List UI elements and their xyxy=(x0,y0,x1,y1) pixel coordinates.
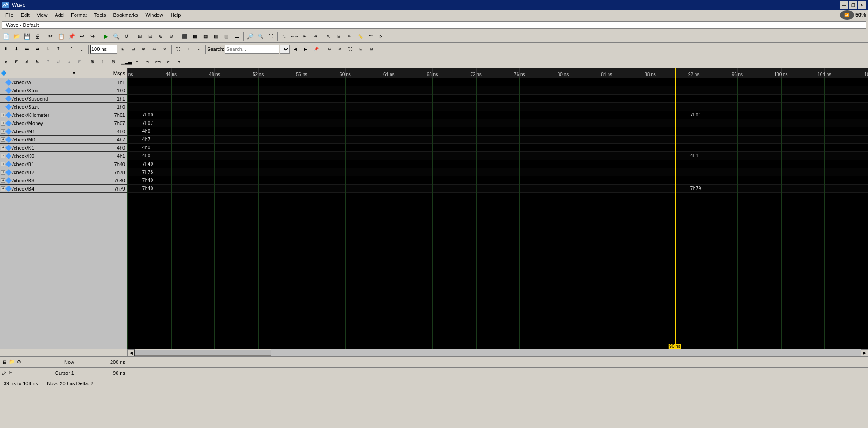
signal-row[interactable]: +/check/K0 xyxy=(0,152,76,160)
tb2-search-prev[interactable]: ◀ xyxy=(290,44,300,54)
tb-c1[interactable]: ↑↓ xyxy=(279,31,289,41)
tb-wave2[interactable]: ⊟ xyxy=(145,31,155,41)
tb3-wave-d[interactable]: ⌐ xyxy=(132,57,142,67)
signal-row[interactable]: /check/Stop xyxy=(0,86,76,95)
cursor-icon1[interactable]: 🖊 xyxy=(2,370,7,376)
status-icon3[interactable]: ⚙ xyxy=(17,359,21,365)
signal-row[interactable]: /check/A xyxy=(0,78,76,86)
signal-row[interactable]: +/check/B3 xyxy=(0,176,76,185)
tb-find[interactable]: 🔍 xyxy=(111,31,121,41)
tb3-b8[interactable]: ↱ xyxy=(74,57,84,67)
tb-open[interactable]: 📂 xyxy=(11,31,21,41)
tb3-b5[interactable]: ↱ xyxy=(43,57,53,67)
tb3-wave-e[interactable]: ¬ xyxy=(142,57,152,67)
tb2-zout[interactable]: ⊖ xyxy=(325,44,335,54)
tb-more[interactable]: ⊳ xyxy=(376,31,386,41)
tb2-zoom-all[interactable]: ⛶ xyxy=(173,44,183,54)
tb-run[interactable]: ▶ xyxy=(101,31,111,41)
tb2-t1[interactable]: ⊞ xyxy=(118,44,128,54)
tb-draw[interactable]: ✏ xyxy=(345,31,355,41)
tb3-wave-g[interactable]: ⌐ xyxy=(163,57,173,67)
time-input[interactable]: 100 ns xyxy=(90,45,117,54)
minimize-btn[interactable]: — xyxy=(840,1,848,9)
tb-redo[interactable]: ↪ xyxy=(87,31,97,41)
tb3-b4[interactable]: ↳ xyxy=(32,57,42,67)
tb-b1[interactable]: ⬛ xyxy=(179,31,189,41)
tb-zoom-in[interactable]: 🔎 xyxy=(245,31,255,41)
tb-save[interactable]: 💾 xyxy=(22,31,32,41)
tb2-z2[interactable]: ⊞ xyxy=(366,44,376,54)
tb-measure[interactable]: 📏 xyxy=(355,31,365,41)
tb2-z1[interactable]: ⊟ xyxy=(356,44,366,54)
tb3-wave-c[interactable]: ⊖ xyxy=(108,57,118,67)
tb-copy[interactable]: 📋 xyxy=(56,31,66,41)
tb2-t4[interactable]: ⊖ xyxy=(149,44,159,54)
tb-wave4[interactable]: ⊖ xyxy=(166,31,176,41)
tb2-b5[interactable]: ⤓ xyxy=(43,44,53,54)
tb2-wave-dn[interactable]: ⌄ xyxy=(77,44,87,54)
scrollbar-right-arrow[interactable]: ▶ xyxy=(861,349,868,357)
search-type[interactable] xyxy=(280,45,290,54)
tb-wave1[interactable]: ⊞ xyxy=(135,31,145,41)
tb-b4[interactable]: ▧ xyxy=(211,31,221,41)
tb-c4[interactable]: ⇥ xyxy=(310,31,320,41)
tb3-b2[interactable]: ↱ xyxy=(11,57,21,67)
menu-window[interactable]: Window xyxy=(142,11,167,19)
tb2-b3[interactable]: ⬅ xyxy=(22,44,32,54)
tb2-b2[interactable]: ⬇ xyxy=(11,44,21,54)
tb3-wave-b[interactable]: ↑ xyxy=(98,57,108,67)
tb2-t2[interactable]: ⊟ xyxy=(128,44,138,54)
tb2-b4[interactable]: ➡ xyxy=(32,44,42,54)
tb2-t3[interactable]: ⊕ xyxy=(139,44,149,54)
menu-file[interactable]: File xyxy=(2,11,17,19)
tb-cursor[interactable]: ↖ xyxy=(324,31,334,41)
signal-row[interactable]: +/check/Money xyxy=(0,119,76,127)
menu-bookmarks[interactable]: Bookmarks xyxy=(109,11,142,19)
tb-select[interactable]: ⊞ xyxy=(334,31,344,41)
tb2-zoom-out[interactable]: - xyxy=(194,44,204,54)
menu-view[interactable]: View xyxy=(33,11,51,19)
tb-print[interactable]: 🖨 xyxy=(32,31,42,41)
tb-paste[interactable]: 📌 xyxy=(66,31,76,41)
menu-add[interactable]: Add xyxy=(51,11,67,19)
tb-new[interactable]: 📄 xyxy=(1,31,11,41)
tb2-wave-up[interactable]: ⌃ xyxy=(66,44,76,54)
menu-tools[interactable]: Tools xyxy=(91,11,110,19)
signal-row[interactable]: +/check/B4 xyxy=(0,185,76,193)
tb-b6[interactable]: ☰ xyxy=(232,31,242,41)
tb3-b1[interactable]: ⌅ xyxy=(1,57,11,67)
menu-edit[interactable]: Edit xyxy=(17,11,33,19)
tb-wave3[interactable]: ⊕ xyxy=(156,31,166,41)
tb2-pin[interactable]: 📌 xyxy=(311,44,321,54)
tb-cut[interactable]: ✂ xyxy=(46,31,56,41)
signal-row[interactable]: +/check/K1 xyxy=(0,144,76,152)
signal-row[interactable]: +/check/B2 xyxy=(0,168,76,176)
tb3-b6[interactable]: ↲ xyxy=(53,57,63,67)
menu-help[interactable]: Help xyxy=(167,11,185,19)
tb-c2[interactable]: ←→ xyxy=(289,31,299,41)
tb3-wave-shapes[interactable]: ▁▂▃ xyxy=(122,57,132,67)
tb2-zin[interactable]: ⊕ xyxy=(335,44,345,54)
tb-undo[interactable]: ↩ xyxy=(77,31,87,41)
status-icon1[interactable]: 🖥 xyxy=(2,359,7,365)
tb-c3[interactable]: ⇤ xyxy=(300,31,310,41)
status-icon2[interactable]: 📁 xyxy=(9,359,15,365)
search-input[interactable] xyxy=(225,45,279,54)
tb3-b3[interactable]: ↲ xyxy=(22,57,32,67)
tb2-search-next[interactable]: ▶ xyxy=(301,44,311,54)
tb-restart[interactable]: ↺ xyxy=(122,31,132,41)
menu-format[interactable]: Format xyxy=(67,11,91,19)
restore-btn[interactable]: ❐ xyxy=(849,1,857,9)
tb2-b6[interactable]: ⤒ xyxy=(53,44,63,54)
signal-row[interactable]: +/check/M0 xyxy=(0,136,76,144)
close-btn[interactable]: ✕ xyxy=(858,1,866,9)
tab-label[interactable]: Wave - Default xyxy=(2,21,866,29)
signal-row[interactable]: /check/Start xyxy=(0,103,76,111)
tb-b3[interactable]: ▦ xyxy=(200,31,210,41)
tb3-wave-h[interactable]: ¬ xyxy=(174,57,184,67)
tb2-zoom-in[interactable]: + xyxy=(183,44,193,54)
tb-b2[interactable]: ▩ xyxy=(190,31,200,41)
signal-row[interactable]: +/check/B1 xyxy=(0,160,76,168)
tb2-b1[interactable]: ⬆ xyxy=(1,44,11,54)
tb3-b7[interactable]: ↳ xyxy=(64,57,74,67)
